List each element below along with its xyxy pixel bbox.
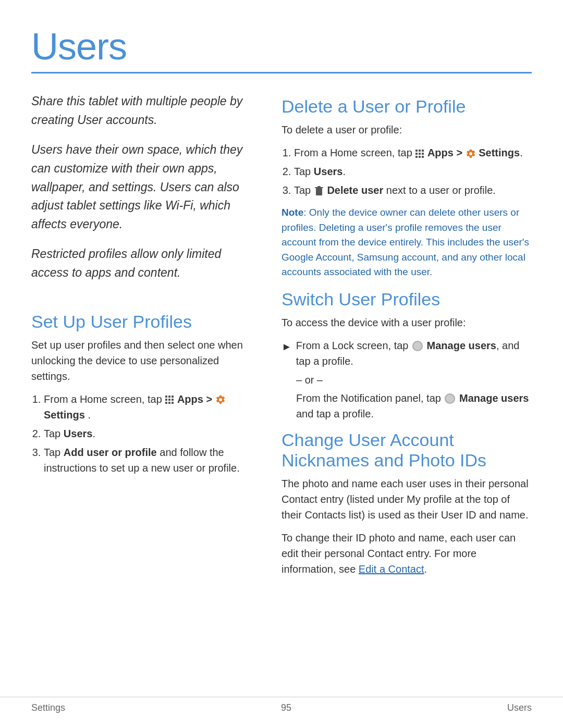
svg-rect-12 bbox=[415, 153, 418, 155]
svg-rect-20 bbox=[317, 186, 321, 187]
delete-step-1: From a Home screen, tap Apps > bbox=[294, 145, 532, 161]
intro-para-3: Restricted profiles allow only limited a… bbox=[31, 245, 255, 282]
change-para-1: The photo and name each user uses in the… bbox=[282, 476, 532, 523]
set-up-heading: Set Up User Profiles bbox=[31, 312, 255, 332]
settings-gear-icon-right bbox=[466, 149, 476, 159]
edit-contact-link[interactable]: Edit a Contact bbox=[359, 563, 424, 575]
note-text: : Only the device owner can delete other… bbox=[282, 207, 529, 277]
svg-rect-5 bbox=[172, 399, 174, 401]
set-up-step-2: Tap Users. bbox=[44, 426, 255, 441]
switch-bullet-2: From the Notification panel, tap Manage … bbox=[296, 390, 532, 422]
manage-users-label-2: Manage users bbox=[459, 392, 529, 404]
manage-users-icon-2 bbox=[445, 393, 455, 404]
svg-rect-11 bbox=[422, 150, 424, 152]
svg-rect-13 bbox=[419, 153, 421, 155]
trash-icon bbox=[315, 186, 323, 196]
apps-icon bbox=[165, 395, 174, 404]
or-divider: – or – bbox=[296, 374, 532, 386]
svg-rect-15 bbox=[415, 156, 418, 158]
footer-left: Settings bbox=[31, 702, 65, 713]
settings-label-left-1: Settings bbox=[44, 409, 85, 421]
delete-step-3: Tap Delete user next to a user or profil… bbox=[294, 182, 532, 198]
page-container: Users Share this tablet with multiple pe… bbox=[0, 0, 563, 626]
apps-label-right: Apps > bbox=[427, 147, 462, 158]
svg-rect-6 bbox=[165, 402, 167, 404]
switch-bullet-2-text: From the Notification panel, tap Manage … bbox=[296, 390, 532, 422]
two-column-layout: Share this tablet with multiple people b… bbox=[31, 92, 532, 584]
change-heading: Change User Account Nicknames and Photo … bbox=[282, 430, 532, 471]
settings-label-right-1: Settings bbox=[479, 147, 520, 158]
change-para-2: To change their ID photo and name, each … bbox=[282, 530, 532, 577]
switch-bullet-1: ► From a Lock screen, tap Manage users, … bbox=[282, 338, 532, 369]
switch-heading: Switch User Profiles bbox=[282, 289, 532, 310]
svg-rect-2 bbox=[172, 396, 174, 398]
delete-heading: Delete a User or Profile bbox=[282, 96, 532, 117]
svg-rect-7 bbox=[168, 402, 170, 404]
set-up-step-1: From a Home screen, tap Apps > bbox=[44, 391, 255, 423]
apps-icon-right bbox=[415, 149, 424, 158]
svg-rect-9 bbox=[415, 150, 418, 152]
svg-rect-3 bbox=[165, 399, 167, 401]
set-up-step-3: Tap Add user or profile and follow the i… bbox=[44, 445, 255, 476]
delete-note: Note: Only the device owner can delete o… bbox=[282, 205, 532, 280]
switch-bullet-1-text: From a Lock screen, tap Manage users, an… bbox=[296, 338, 532, 369]
delete-user-label: Delete user bbox=[327, 184, 383, 196]
left-column: Share this tablet with multiple people b… bbox=[31, 92, 255, 584]
svg-rect-19 bbox=[315, 187, 323, 188]
add-user-label: Add user or profile bbox=[64, 447, 157, 458]
switch-intro: To access the device with a user profile… bbox=[282, 315, 532, 330]
change-heading-line1: Change User Account bbox=[282, 430, 454, 450]
arrow-icon: ► bbox=[282, 339, 292, 354]
intro-para-1: Share this tablet with multiple people b… bbox=[31, 92, 255, 129]
footer-right: Users bbox=[507, 702, 532, 713]
settings-icon-inline-right bbox=[466, 149, 476, 159]
manage-users-label-1: Manage users bbox=[427, 340, 496, 351]
svg-rect-8 bbox=[172, 402, 174, 404]
svg-rect-18 bbox=[316, 188, 322, 195]
users-label-right-2: Users bbox=[314, 166, 343, 177]
svg-rect-16 bbox=[419, 156, 421, 158]
manage-users-icon-1 bbox=[412, 341, 423, 351]
title-divider bbox=[31, 72, 532, 73]
page-footer: Settings 95 Users bbox=[0, 697, 563, 713]
delete-steps: From a Home screen, tap Apps > bbox=[294, 145, 532, 198]
note-label: Note bbox=[282, 207, 303, 218]
users-label-left-2: Users bbox=[64, 428, 93, 439]
right-column: Delete a User or Profile To delete a use… bbox=[282, 92, 532, 584]
footer-center: 95 bbox=[281, 702, 291, 713]
change-para-2-suffix: . bbox=[424, 563, 427, 575]
delete-step-2: Tap Users. bbox=[294, 164, 532, 179]
settings-gear-icon bbox=[215, 394, 226, 405]
delete-intro: To delete a user or profile: bbox=[282, 122, 532, 138]
apps-label: Apps > bbox=[177, 393, 212, 405]
svg-rect-17 bbox=[422, 156, 424, 158]
svg-rect-14 bbox=[422, 153, 424, 155]
settings-icon-inline bbox=[215, 394, 226, 405]
change-heading-line2: Nicknames and Photo IDs bbox=[282, 450, 486, 470]
set-up-steps: From a Home screen, tap Apps > bbox=[44, 391, 255, 476]
set-up-intro: Set up user profiles and then select one… bbox=[31, 337, 255, 384]
svg-rect-10 bbox=[419, 150, 421, 152]
page-title: Users bbox=[31, 25, 532, 68]
svg-rect-4 bbox=[168, 399, 170, 401]
svg-rect-0 bbox=[165, 396, 167, 398]
intro-para-2: Users have their own space, which they c… bbox=[31, 141, 255, 233]
svg-rect-1 bbox=[168, 396, 170, 398]
